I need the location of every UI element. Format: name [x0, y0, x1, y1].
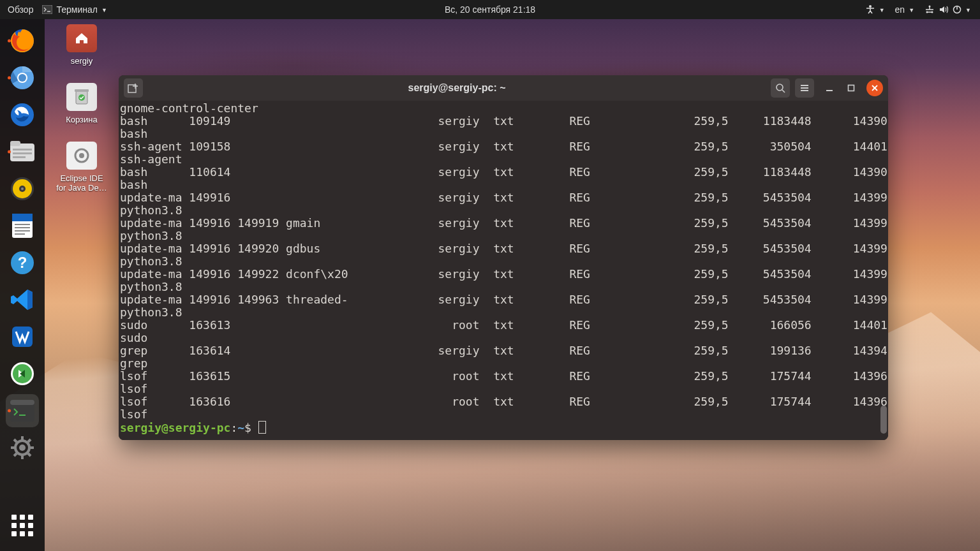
hamburger-icon — [799, 84, 810, 92]
svg-line-39 — [14, 439, 17, 442]
maximize-button[interactable] — [845, 82, 858, 94]
system-menu[interactable]: ▼ — [924, 5, 971, 14]
top-panel: Обзор Терминал ▼ Вс, 20 сентября 21:18 ▼… — [0, 0, 980, 19]
menu-button[interactable] — [795, 78, 814, 98]
svg-rect-33 — [10, 400, 34, 405]
input-source-menu[interactable]: en ▼ — [895, 4, 915, 15]
desktop-eclipse[interactable]: Eclipse IDE for Java De… — [53, 142, 110, 193]
eclipse-icon — [66, 142, 97, 170]
dock-virtualbox[interactable] — [6, 320, 39, 353]
app-menu[interactable]: Терминал ▼ — [42, 4, 107, 15]
accessibility-icon — [865, 4, 875, 15]
search-button[interactable] — [771, 78, 790, 98]
dock-files[interactable] — [6, 135, 39, 168]
chevron-down-icon: ▼ — [965, 7, 971, 13]
dock-help[interactable]: ? — [6, 246, 39, 279]
svg-line-40 — [28, 453, 31, 456]
folder-icon — [66, 24, 97, 52]
chevron-down-icon: ▼ — [879, 7, 885, 13]
desktop-label: Корзина — [53, 115, 110, 124]
trash-icon — [66, 83, 97, 111]
scrollbar[interactable] — [880, 101, 887, 440]
desktop-home-folder[interactable]: sergiy — [53, 24, 110, 66]
chevron-down-icon: ▼ — [909, 7, 914, 13]
svg-rect-15 — [13, 152, 32, 154]
power-icon — [953, 5, 961, 14]
svg-point-48 — [79, 153, 84, 158]
new-tab-button[interactable] — [124, 78, 143, 98]
svg-point-2 — [926, 11, 928, 13]
svg-point-52 — [776, 84, 783, 91]
chevron-down-icon: ▼ — [101, 7, 107, 13]
network-icon — [924, 5, 935, 14]
svg-rect-16 — [13, 156, 26, 158]
dock-chromium[interactable] — [6, 61, 39, 94]
grid-icon — [11, 515, 33, 536]
activities-button[interactable]: Обзор — [8, 4, 33, 15]
maximize-icon — [847, 84, 855, 92]
svg-rect-23 — [15, 224, 30, 225]
svg-rect-45 — [75, 89, 89, 92]
volume-icon — [939, 5, 949, 14]
dock-settings[interactable] — [6, 431, 39, 464]
svg-text:?: ? — [18, 254, 27, 271]
desktop-label: sergiy — [53, 56, 110, 66]
close-icon — [871, 84, 879, 92]
terminal-small-icon — [42, 5, 52, 14]
svg-line-53 — [782, 90, 785, 92]
svg-rect-22 — [12, 214, 33, 221]
svg-point-20 — [21, 187, 24, 190]
svg-point-43 — [19, 444, 26, 451]
svg-rect-24 — [15, 227, 30, 228]
svg-point-3 — [932, 11, 933, 13]
desktop-label-2: for Java De… — [53, 183, 110, 193]
svg-point-10 — [19, 74, 26, 82]
dock-firefox[interactable] — [6, 24, 39, 57]
svg-rect-14 — [13, 149, 32, 151]
svg-line-42 — [14, 453, 17, 456]
desktop-label: Eclipse IDE — [53, 173, 110, 183]
svg-rect-0 — [42, 5, 52, 14]
svg-point-1 — [869, 5, 872, 8]
dock-vscode[interactable] — [6, 283, 39, 316]
terminal-body[interactable]: gnome-control-center bash 109149 sergiy … — [119, 101, 888, 440]
accessibility-menu[interactable]: ▼ — [865, 4, 885, 15]
show-applications[interactable] — [6, 509, 39, 542]
close-button[interactable] — [866, 80, 883, 96]
dock-remote[interactable] — [6, 357, 39, 390]
dock: ? — [0, 19, 45, 551]
minimize-button[interactable] — [823, 82, 836, 94]
app-menu-label: Терминал — [56, 4, 97, 15]
scrollbar-thumb[interactable] — [880, 406, 887, 434]
dock-writer[interactable] — [6, 209, 39, 242]
svg-point-11 — [11, 103, 34, 126]
search-icon — [775, 83, 785, 93]
dock-thunderbird[interactable] — [6, 98, 39, 131]
window-title: sergiy@sergiy-pc: ~ — [148, 82, 766, 94]
svg-rect-13 — [10, 141, 20, 146]
new-tab-icon — [128, 83, 139, 93]
svg-rect-26 — [15, 233, 25, 235]
minimize-icon — [826, 84, 833, 92]
dock-terminal[interactable] — [6, 394, 39, 427]
clock[interactable]: Вс, 20 сентября 21:18 — [445, 4, 535, 15]
desktop-trash[interactable]: Корзина — [53, 83, 110, 124]
window-titlebar[interactable]: sergiy@sergiy-pc: ~ — [119, 75, 888, 101]
svg-point-4 — [929, 6, 931, 8]
terminal-window: sergiy@sergiy-pc: ~ gnome-control-center… — [119, 75, 888, 440]
svg-rect-25 — [15, 230, 30, 231]
svg-rect-58 — [849, 85, 854, 91]
input-source-label: en — [895, 4, 905, 15]
svg-line-41 — [28, 439, 31, 442]
terminal-output: gnome-control-center bash 109149 sergiy … — [120, 102, 883, 434]
dock-rhythmbox[interactable] — [6, 172, 39, 205]
